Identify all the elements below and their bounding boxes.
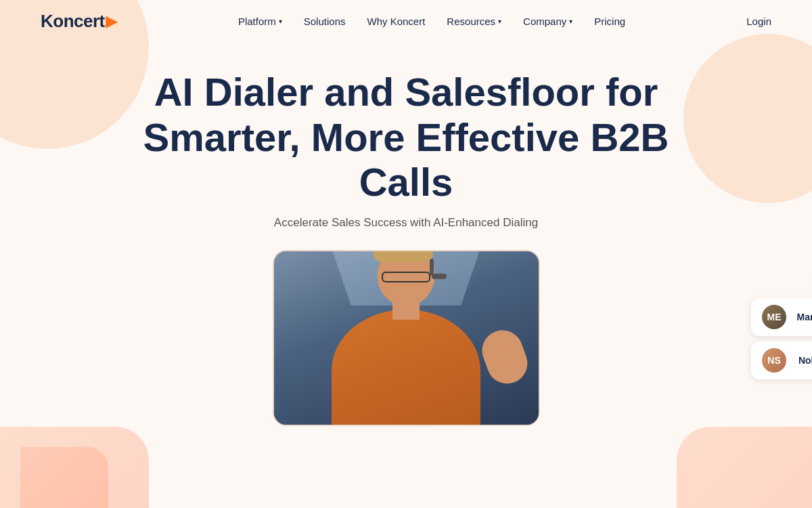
headset-arm [430,259,434,276]
nav-item-why-koncert[interactable]: Why Koncert [367,16,425,27]
logo-text: Koncert [41,11,105,32]
dialing-bar: ✦ AI 📞 DIALING.. [751,263,812,290]
bottom-shape-left-inner [20,447,108,508]
nav-item-resources[interactable]: Resources ▾ [447,16,501,27]
contact-name-marcus: Marcus Elden [794,312,812,322]
login-link[interactable]: Login [746,16,771,27]
nav-item-pricing[interactable]: Pricing [594,16,625,27]
nav-link-resources[interactable]: Resources ▾ [447,16,501,27]
logo[interactable]: Koncert ▶ [41,11,117,32]
hero-subtitle: Accelerate Sales Success with AI-Enhance… [14,216,798,230]
hero-section: AI Dialer and Salesfloor for Smarter, Mo… [0,43,812,440]
avatar-marcus: ME [762,305,786,329]
contact-name-nolan: Nolan Sterling [794,355,812,366]
nav-item-platform[interactable]: Platform ▾ [238,16,282,27]
nav-link-platform[interactable]: Platform ▾ [238,16,282,27]
nav-item-solutions[interactable]: Solutions [304,16,346,27]
ui-overlay: ✦ AI 📞 DIALING.. ME Marcus Eld [751,263,812,379]
hero-title: AI Dialer and Salesfloor for Smarter, Mo… [142,70,670,205]
avatar-image-nolan: NS [762,348,786,373]
nav-link-company[interactable]: Company ▾ [523,16,572,27]
hero-main-card [273,250,540,426]
avatar-image-marcus: ME [762,305,786,329]
nav-link-solutions[interactable]: Solutions [304,16,346,27]
chevron-down-icon: ▾ [279,18,282,25]
hero-image-area: ✦ AI 📞 DIALING.. ME Marcus Eld [14,250,798,426]
nav-item-company[interactable]: Company ▾ [523,16,572,27]
person-body [332,310,480,426]
avatar-nolan: NS [762,348,786,373]
nav-links: Platform ▾ Solutions Why Koncert Resourc… [238,16,625,27]
contact-cards: ME Marcus Elden BAD NUMBER... ✗ NS [751,298,812,379]
hero-person-bg [274,251,539,425]
contact-card-marcus: ME Marcus Elden BAD NUMBER... ✗ [751,298,812,336]
person-glasses [382,272,430,282]
nav-link-pricing[interactable]: Pricing [594,16,625,27]
headset-mic [432,274,447,279]
person-hair [374,250,433,262]
chevron-down-icon: ▾ [498,18,501,25]
logo-arrow: ▶ [106,13,117,30]
chevron-down-icon: ▾ [569,18,572,25]
nav-link-why-koncert[interactable]: Why Koncert [367,16,425,27]
navbar: Koncert ▶ Platform ▾ Solutions Why Konce… [0,0,812,43]
contact-card-nolan: NS Nolan Sterling VOICEMAIL... QO [751,341,812,379]
